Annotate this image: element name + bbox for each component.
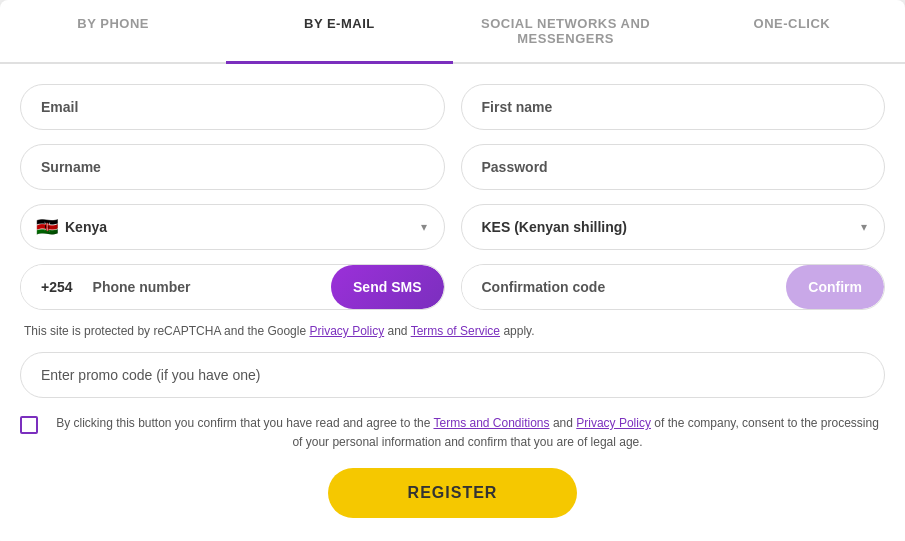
phone-prefix: +254 (21, 265, 85, 309)
terms-text: By clicking this button you confirm that… (50, 414, 885, 452)
tab-by-phone[interactable]: BY PHONE (0, 0, 226, 62)
and-text: and (388, 324, 408, 338)
row-phone-confirm: +254 Send SMS Confirm (20, 264, 885, 310)
apply-text: apply. (503, 324, 534, 338)
tab-bar: BY PHONE BY E-MAIL SOCIAL NETWORKS AND M… (0, 0, 905, 64)
registration-card: BY PHONE BY E-MAIL SOCIAL NETWORKS AND M… (0, 0, 905, 541)
tab-one-click[interactable]: ONE-CLICK (679, 0, 905, 62)
phone-group: +254 Send SMS (20, 264, 445, 310)
promo-input[interactable] (20, 352, 885, 398)
form-content: 🇰🇪 Kenya ▾ KES (Kenyan shilling) ▾ +254 … (0, 84, 905, 518)
country-select-field: 🇰🇪 Kenya ▾ (20, 204, 445, 250)
email-input[interactable] (20, 84, 445, 130)
terms-of-service-link[interactable]: Terms of Service (411, 324, 500, 338)
privacy-policy-link2[interactable]: Privacy Policy (576, 416, 651, 430)
terms-checkbox-row: By clicking this button you confirm that… (20, 414, 885, 452)
register-button-wrap: REGISTER (20, 468, 885, 518)
register-button[interactable]: REGISTER (328, 468, 578, 518)
confirm-button[interactable]: Confirm (786, 265, 884, 309)
surname-input[interactable] (20, 144, 445, 190)
recaptcha-notice: This site is protected by reCAPTCHA and … (20, 324, 885, 338)
row-surname-password (20, 144, 885, 190)
confirmation-input[interactable] (462, 265, 787, 309)
privacy-policy-link[interactable]: Privacy Policy (309, 324, 384, 338)
password-field (461, 144, 886, 190)
confirmation-group: Confirm (461, 264, 886, 310)
send-sms-button[interactable]: Send SMS (331, 265, 443, 309)
password-input[interactable] (461, 144, 886, 190)
terms-checkbox[interactable] (20, 416, 38, 434)
currency-select-field: KES (Kenyan shilling) ▾ (461, 204, 886, 250)
tab-social[interactable]: SOCIAL NETWORKS AND MESSENGERS (453, 0, 679, 62)
terms-conditions-link[interactable]: Terms and Conditions (433, 416, 549, 430)
promo-row (20, 352, 885, 398)
firstname-input[interactable] (461, 84, 886, 130)
row-country-currency: 🇰🇪 Kenya ▾ KES (Kenyan shilling) ▾ (20, 204, 885, 250)
email-field (20, 84, 445, 130)
tab-by-email[interactable]: BY E-MAIL (226, 0, 452, 62)
firstname-field (461, 84, 886, 130)
surname-field (20, 144, 445, 190)
recaptcha-text: This site is protected by reCAPTCHA and … (24, 324, 306, 338)
phone-input[interactable] (85, 265, 332, 309)
country-select[interactable]: Kenya (20, 204, 445, 250)
row-email-firstname (20, 84, 885, 130)
currency-select[interactable]: KES (Kenyan shilling) (461, 204, 886, 250)
